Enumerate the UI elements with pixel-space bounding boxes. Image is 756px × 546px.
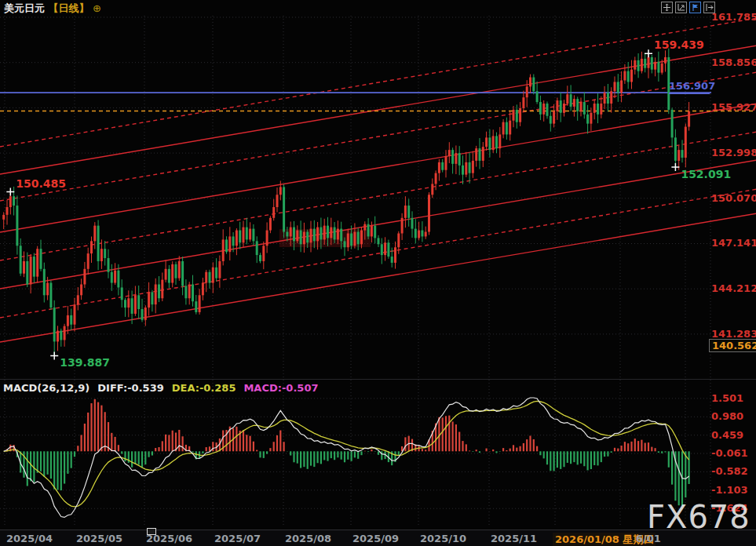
flag-icon[interactable] bbox=[689, 2, 701, 13]
candlestick-chart[interactable]: 150.485139.887159.439152.091 bbox=[0, 0, 756, 546]
blue-level-label: 156.907 bbox=[669, 80, 710, 94]
time-axis-label: 2025/10 bbox=[420, 533, 466, 544]
chart-toolbar bbox=[661, 2, 715, 13]
price-axis-label: 152.998 bbox=[711, 147, 756, 158]
price-axis-label: 150.070 bbox=[711, 192, 756, 204]
macd-macd-value: MACD:-0.507 bbox=[243, 382, 318, 394]
watermark: FX678 bbox=[647, 499, 751, 535]
page-title: 美元日元 【日线】 ⊕ bbox=[4, 2, 101, 16]
price-axis-label: 155.927 bbox=[711, 101, 756, 113]
price-extreme-label: 139.887 bbox=[60, 356, 110, 369]
price-extreme-label: 152.091 bbox=[681, 168, 731, 180]
price-extreme-label: 159.439 bbox=[654, 38, 704, 51]
price-axis-label: 141.283 bbox=[711, 328, 756, 340]
current-price-box: 140.562 bbox=[709, 339, 756, 352]
timeframe-tag: 【日线】 bbox=[49, 2, 89, 14]
macd-axis-label: -0.061 bbox=[711, 447, 748, 459]
price-extreme-label: 150.485 bbox=[16, 177, 66, 190]
price-axis-label: 147.141 bbox=[711, 237, 756, 249]
macd-dea-value: DEA:-0.285 bbox=[172, 382, 236, 394]
trading-app: 150.485139.887159.439152.091 美元日元 【日线】 ⊕… bbox=[0, 0, 756, 546]
pan-end-icon[interactable] bbox=[703, 2, 715, 13]
add-symbol-icon[interactable]: ⊕ bbox=[93, 2, 101, 14]
axis-range-icon[interactable] bbox=[675, 2, 687, 13]
symbol-name: 美元日元 bbox=[4, 2, 45, 14]
macd-axis-label: 1.501 bbox=[711, 392, 743, 404]
time-axis-label: 2025/08 bbox=[285, 533, 331, 544]
time-axis-label: 2025/04 bbox=[6, 533, 53, 544]
macd-axis-label: -0.582 bbox=[711, 465, 748, 477]
time-axis-label: 2025/05 bbox=[76, 533, 122, 544]
macd-header: MACD(26,12,9)DIFF:-0.539DEA:-0.285MACD:-… bbox=[3, 382, 326, 394]
time-axis-label: 2025/09 bbox=[352, 533, 399, 544]
axis-slider-handle[interactable] bbox=[147, 528, 156, 535]
macd-axis-label: 0.459 bbox=[711, 429, 743, 441]
macd-axis-label: -1.103 bbox=[711, 484, 748, 496]
macd-params-label: MACD(26,12,9) bbox=[3, 382, 89, 394]
time-axis-label: 2025/11 bbox=[491, 533, 537, 544]
macd-axis-label: 0.980 bbox=[711, 410, 743, 422]
title-bar: 美元日元 【日线】 ⊕ bbox=[0, 0, 756, 16]
time-axis-label: 2025/07 bbox=[214, 533, 261, 544]
price-axis-label: 158.856 bbox=[711, 56, 756, 68]
time-axis[interactable]: 2026/01/08 星期四 6/01 2025/042025/052025/0… bbox=[0, 530, 756, 546]
price-axis-label: 144.212 bbox=[711, 282, 756, 294]
move-icon[interactable] bbox=[661, 2, 673, 13]
macd-diff-value: DIFF:-0.539 bbox=[97, 382, 163, 394]
